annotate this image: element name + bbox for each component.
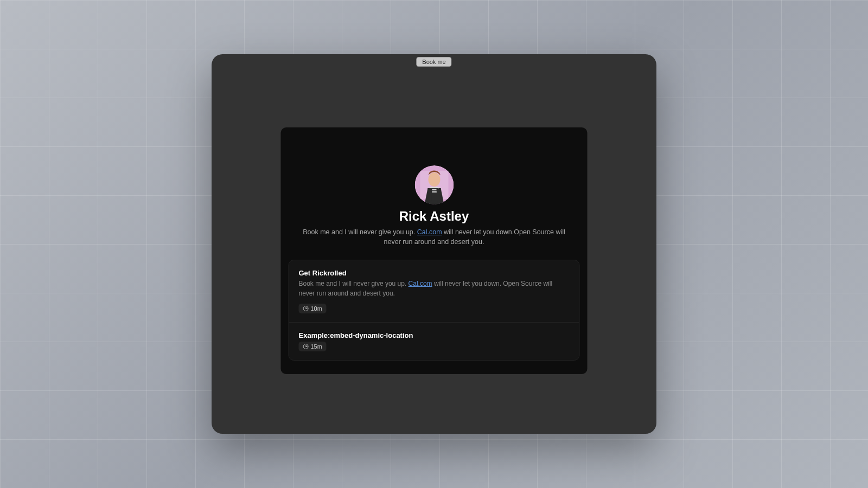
duration-value: 15m (311, 343, 322, 350)
event-desc-link[interactable]: Cal.com (409, 280, 432, 287)
duration-pill: 10m (299, 304, 327, 313)
bio-text-pre: Book me and I will never give you up. (303, 228, 417, 236)
event-desc-pre: Book me and I will never give you up. (299, 280, 409, 287)
clock-icon (303, 344, 309, 349)
profile-header: Rick Astley Book me and I will never giv… (289, 165, 580, 247)
duration-value: 10m (311, 305, 322, 312)
event-item[interactable]: Get Rickrolled Book me and I will never … (289, 260, 579, 322)
clock-icon (303, 306, 309, 311)
event-description: Book me and I will never give you up. Ca… (299, 279, 570, 298)
bio-link[interactable]: Cal.com (417, 228, 442, 236)
book-me-button[interactable]: Book me (416, 57, 451, 67)
events-list: Get Rickrolled Book me and I will never … (289, 260, 580, 361)
booking-widget: Rick Astley Book me and I will never giv… (281, 127, 588, 374)
profile-bio: Book me and I will never give you up. Ca… (297, 227, 571, 247)
event-title: Example:embed-dynamic-location (299, 331, 570, 339)
demo-frame: Book me Rick A (212, 54, 656, 434)
event-item[interactable]: Example:embed-dynamic-location 15m (289, 322, 579, 360)
svg-point-3 (428, 172, 440, 187)
duration-pill: 15m (299, 342, 327, 351)
profile-name: Rick Astley (297, 209, 571, 224)
event-title: Get Rickrolled (299, 269, 570, 277)
avatar (414, 165, 454, 204)
